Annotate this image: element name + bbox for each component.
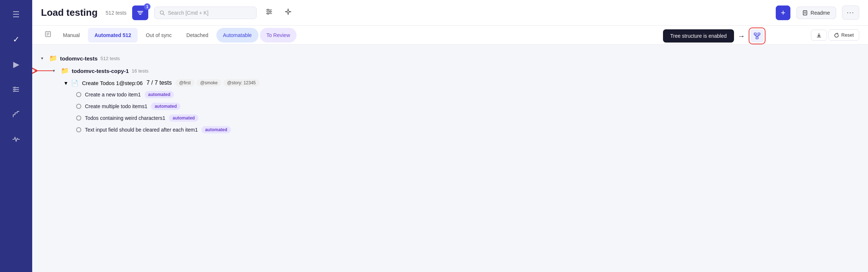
filter-button[interactable]: 1	[132, 5, 148, 20]
sidebar: ☰ ✓ ▶	[0, 0, 32, 272]
root-folder-label: todomvc-tests	[60, 55, 98, 62]
step-row[interactable]: Create a new todo item1 automated	[76, 89, 859, 100]
readme-label: Readme	[811, 10, 830, 16]
svg-rect-21	[754, 33, 756, 35]
step-item-1: Create a new todo item1 automated	[76, 89, 859, 100]
step-circle-icon	[76, 92, 81, 97]
child-folder-count: 16 tests	[132, 68, 149, 74]
header: Load testing 512 tests 1 Search [Cmd + K…	[32, 0, 868, 26]
tab-manual[interactable]: Manual	[56, 28, 86, 43]
step-row[interactable]: Todos containing weird characters1 autom…	[76, 112, 859, 124]
tag-story: @story: 12345	[223, 79, 259, 87]
readme-button[interactable]: Readme	[796, 7, 836, 19]
svg-point-13	[267, 13, 269, 14]
tab-to-review[interactable]: To Review	[260, 28, 297, 43]
automated-badge: automated	[145, 91, 174, 98]
tune-icon[interactable]	[262, 5, 276, 20]
step-row[interactable]: Create multiple todo items1 automated	[76, 100, 859, 112]
step-item-3: Todos containing weird characters1 autom…	[76, 112, 859, 124]
chevron-down-icon-2: ▾	[53, 68, 58, 73]
tree-tooltip-text: Tree structure is enabled	[663, 29, 734, 43]
tag-smoke: @smoke	[197, 79, 221, 87]
content-area: ▾ 📁 todomvc-tests 512 tests ▾ 📁 todomvc-…	[32, 45, 868, 272]
test-tags: @first @smoke @story: 12345	[175, 79, 259, 87]
chevron-down-icon: ▾	[41, 56, 46, 61]
filter-badge: 1	[144, 3, 150, 10]
step-circle-icon	[76, 127, 81, 132]
step-label: Create multiple todo items1	[85, 103, 147, 109]
check-icon[interactable]: ✓	[9, 32, 23, 47]
svg-point-12	[269, 11, 271, 12]
download-button[interactable]	[811, 30, 827, 41]
tab-out-of-sync[interactable]: Out of sync	[139, 28, 178, 43]
svg-rect-22	[758, 33, 760, 35]
svg-rect-14	[803, 11, 807, 15]
step-item-4: Text input field should be cleared after…	[76, 124, 859, 136]
automated-badge: automated	[151, 103, 180, 110]
step-label: Text input field should be cleared after…	[85, 127, 198, 133]
main-area: Load testing 512 tests 1 Search [Cmd + K…	[32, 0, 868, 272]
test-case-count: 7 / 7 tests	[146, 80, 172, 86]
menu-icon[interactable]: ☰	[9, 7, 23, 22]
step-label: Create a new todo item1	[85, 92, 141, 98]
reset-button[interactable]: Reset	[828, 29, 859, 41]
page-title: Load testing	[41, 7, 98, 18]
tab-automated-badge: 512	[123, 32, 131, 38]
list-check-icon[interactable]	[9, 82, 23, 97]
file-icon: 📄	[71, 80, 78, 87]
tab-list-icon[interactable]	[41, 27, 55, 43]
step-item-2: Create multiple todo items1 automated	[76, 100, 859, 112]
tree-content: ▾ 📁 todomvc-tests 512 tests ▾ 📁 todomvc-…	[41, 52, 859, 136]
step-label: Todos containing weird characters1	[85, 115, 165, 121]
svg-line-7	[163, 14, 165, 15]
add-button[interactable]: +	[776, 5, 790, 20]
tree-child-node[interactable]: ▾ 📁 todomvc-tests-copy-1 16 tests	[53, 65, 859, 77]
root-folder-count: 512 tests	[101, 56, 120, 61]
test-case-node: ▾ 📄 Create Todos 1@step:06 7 / 7 tests @…	[64, 77, 859, 89]
test-case-label: Create Todos 1@step:06	[82, 80, 143, 86]
tab-automatable[interactable]: Automatable	[216, 28, 258, 43]
child-folder-label: todomvc-tests-copy-1	[72, 68, 129, 74]
svg-rect-23	[756, 37, 758, 39]
step-circle-icon	[76, 104, 81, 109]
tag-first: @first	[175, 79, 194, 87]
search-box[interactable]: Search [Cmd + K]	[154, 7, 257, 19]
step-circle-icon	[76, 115, 81, 121]
folder-icon-2: 📁	[61, 67, 69, 75]
search-placeholder: Search [Cmd + K]	[168, 10, 208, 16]
tab-automated[interactable]: Automated 512	[88, 28, 138, 43]
test-count: 512 tests	[106, 10, 127, 16]
chevron-down-icon-3: ▾	[64, 80, 67, 87]
automated-badge: automated	[201, 126, 231, 133]
step-row[interactable]: Text input field should be cleared after…	[76, 124, 859, 136]
tree-structure-tooltip-area: Tree structure is enabled →	[663, 27, 765, 44]
reset-label: Reset	[841, 32, 854, 38]
stairs-icon[interactable]	[9, 107, 23, 122]
automated-badge: automated	[169, 114, 198, 122]
tabs-bar: Manual Automated 512 Out of sync Detache…	[32, 26, 868, 45]
tab-detached[interactable]: Detached	[180, 28, 215, 43]
svg-point-11	[267, 9, 269, 11]
more-button[interactable]: ···	[842, 5, 859, 20]
pulse-icon[interactable]	[9, 132, 23, 147]
tree-root-node[interactable]: ▾ 📁 todomvc-tests 512 tests	[41, 52, 859, 65]
tree-structure-button[interactable]	[750, 29, 764, 43]
folder-icon: 📁	[49, 54, 57, 62]
play-icon[interactable]: ▶	[9, 57, 23, 72]
tree-structure-button-highlight	[749, 27, 765, 44]
sparkle-icon[interactable]	[282, 5, 295, 20]
